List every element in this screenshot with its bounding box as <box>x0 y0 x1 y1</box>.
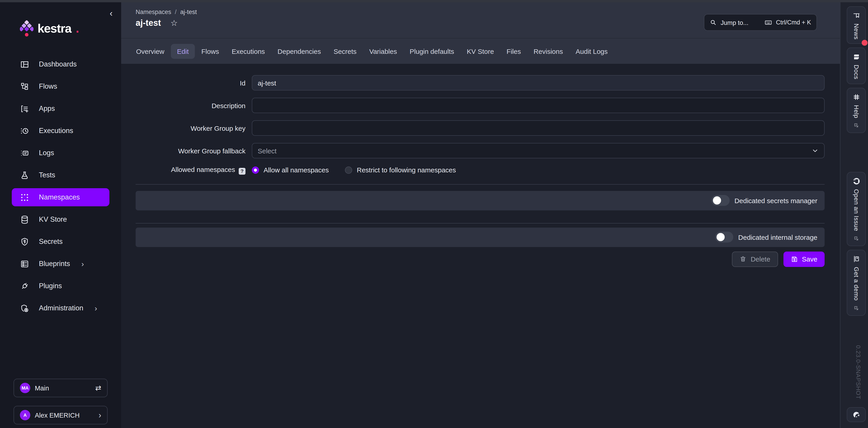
sidebar-item-label: Logs <box>39 149 54 157</box>
section-divider <box>135 184 825 184</box>
breadcrumb-root[interactable]: Namespaces <box>135 8 171 16</box>
chevron-right-icon: › <box>98 411 101 419</box>
chevron-right-icon: › <box>81 260 84 267</box>
tab-executions[interactable]: Executions <box>225 44 271 59</box>
sidebar-item-label: Blueprints <box>39 260 70 268</box>
sidebar-item-label: Administration <box>39 304 83 312</box>
sidebar-item-executions[interactable]: Executions <box>12 122 110 140</box>
dedicated-secrets-manager-panel: Dedicated secrets manager <box>135 191 825 210</box>
kestra-logo-dot: . <box>76 23 79 35</box>
sidebar-item-label: Namespaces <box>39 193 80 201</box>
sidebar-item-label: Executions <box>39 127 73 135</box>
description-field[interactable] <box>252 98 825 113</box>
sidebar-item-label: Tests <box>39 171 55 179</box>
rail-label: Open an Issue <box>853 189 860 231</box>
page-title: aj-test <box>135 18 161 29</box>
chevron-down-icon <box>811 147 819 154</box>
executions-icon <box>20 126 29 136</box>
tenant-avatar: MA <box>20 383 30 393</box>
worker-group-fallback-select[interactable]: Select <box>252 143 825 159</box>
kestra-logo[interactable]: kestra. <box>20 20 121 37</box>
demo-screen-icon <box>852 255 860 263</box>
rail-label: Help <box>853 105 860 118</box>
tab-flows[interactable]: Flows <box>195 44 225 59</box>
tab-kv-store[interactable]: KV Store <box>460 44 500 59</box>
tenant-switcher[interactable]: MA Main ⇄ <box>13 379 107 397</box>
sidebar-item-dashboards[interactable]: Dashboards <box>12 55 110 73</box>
worker-group-key-field[interactable] <box>252 120 825 136</box>
save-button[interactable]: Save <box>783 251 825 267</box>
user-menu[interactable]: A Alex EMERICH › <box>13 406 107 424</box>
user-label: Alex EMERICH <box>35 411 80 419</box>
sidebar-item-namespaces[interactable]: Namespaces <box>12 188 110 206</box>
breadcrumb-current[interactable]: aj-test <box>180 8 197 16</box>
get-a-demo-button[interactable]: Get a demo <box>847 250 866 316</box>
sidebar-item-label: Dashboards <box>39 60 76 68</box>
dashboards-icon <box>20 59 29 69</box>
sidebar-item-administration[interactable]: Administration › <box>12 299 110 317</box>
help-button[interactable]: Help <box>847 88 866 133</box>
blueprints-icon <box>20 259 29 268</box>
theme-toggle-button[interactable] <box>847 407 866 422</box>
toggle-label: Dedicated internal storage <box>738 233 817 241</box>
tests-icon <box>20 170 29 180</box>
search-shortcut: Ctrl/Cmd + K <box>776 19 811 26</box>
open-an-issue-button[interactable]: Open an Issue <box>847 172 866 246</box>
secrets-icon <box>20 237 29 246</box>
worker-group-key-label: Worker Group key <box>135 124 246 132</box>
main-area: Namespaces / aj-test aj-test ☆ Jump to..… <box>121 2 840 428</box>
dedicated-internal-storage-panel: Dedicated internal storage <box>135 227 825 247</box>
breadcrumb-separator: / <box>175 8 177 16</box>
radio-unselected-icon <box>345 167 352 174</box>
tab-plugin-defaults[interactable]: Plugin defaults <box>403 44 460 59</box>
sidebar-item-kv-store[interactable]: KV Store <box>12 210 110 228</box>
allowed-namespaces-label: Allowed namespaces? <box>135 166 246 174</box>
tab-variables[interactable]: Variables <box>363 44 403 59</box>
jump-to-search[interactable]: Jump to... Ctrl/Cmd + K <box>704 14 817 31</box>
user-avatar: A <box>20 410 30 420</box>
sidebar-collapse-button[interactable]: ‹ <box>109 8 114 19</box>
namespace-tabs: Overview Edit Flows Executions Dependenc… <box>121 38 840 64</box>
sidebar-item-tests[interactable]: Tests <box>12 166 110 184</box>
tab-dependencies[interactable]: Dependencies <box>271 44 327 59</box>
save-icon <box>791 255 798 263</box>
section-divider <box>135 223 825 223</box>
tab-edit[interactable]: Edit <box>170 44 195 59</box>
radio-selected-icon <box>252 167 259 174</box>
id-field[interactable] <box>252 75 825 90</box>
favorite-star-icon[interactable]: ☆ <box>170 19 178 27</box>
rail-label: News <box>853 24 860 39</box>
kestra-logo-mark-icon <box>20 20 33 37</box>
news-button[interactable]: News <box>847 6 866 44</box>
sidebar-item-blueprints[interactable]: Blueprints › <box>12 255 110 273</box>
sidebar-item-flows[interactable]: Flows <box>12 77 110 95</box>
kv-store-icon <box>20 215 29 224</box>
tab-secrets[interactable]: Secrets <box>327 44 363 59</box>
page-header: Namespaces / aj-test aj-test ☆ Jump to..… <box>121 2 840 38</box>
tab-audit-logs[interactable]: Audit Logs <box>569 44 614 59</box>
help-icon[interactable]: ? <box>239 168 246 174</box>
sidebar-item-logs[interactable]: Logs <box>12 144 110 162</box>
docs-button[interactable]: Docs <box>847 48 866 84</box>
apps-icon <box>20 104 29 113</box>
description-label: Description <box>135 102 246 109</box>
tab-overview[interactable]: Overview <box>130 44 170 59</box>
delete-button[interactable]: Delete <box>732 251 778 267</box>
radio-allow-all-namespaces[interactable]: Allow all namespaces <box>252 166 329 174</box>
search-icon <box>710 19 717 26</box>
radio-restrict-namespaces[interactable]: Restrict to following namespaces <box>345 166 456 174</box>
id-label: Id <box>135 79 246 87</box>
tab-files[interactable]: Files <box>500 44 527 59</box>
rail-label: Get a demo <box>853 267 860 301</box>
sidebar-item-secrets[interactable]: Secrets <box>12 232 110 251</box>
tab-revisions[interactable]: Revisions <box>527 44 569 59</box>
sidebar-item-plugins[interactable]: Plugins <box>12 277 110 295</box>
sidebar-item-label: KV Store <box>39 216 67 224</box>
dedicated-secrets-manager-toggle[interactable] <box>711 195 730 206</box>
chevron-right-icon: › <box>94 304 97 312</box>
sidebar-item-apps[interactable]: Apps <box>12 99 110 118</box>
dedicated-internal-storage-toggle[interactable] <box>715 232 733 242</box>
form-actions: Delete Save <box>135 251 825 267</box>
slack-icon <box>852 93 860 101</box>
sidebar-item-label: Apps <box>39 105 55 113</box>
